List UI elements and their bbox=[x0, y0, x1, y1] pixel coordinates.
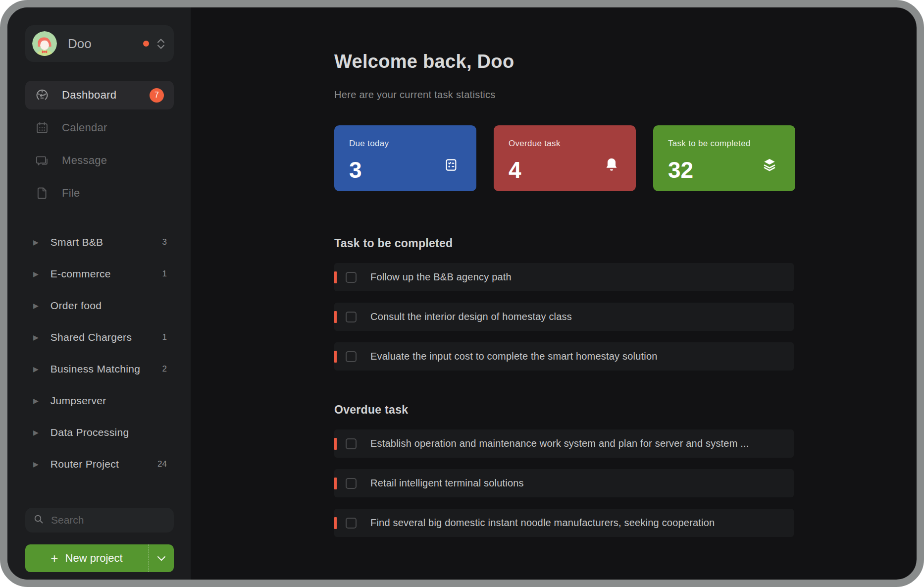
app-window: Doo Dashboard 7 bbox=[0, 0, 924, 587]
section-title: Task to be completed bbox=[334, 237, 917, 250]
page-title: Welcome back, Doo bbox=[334, 51, 917, 72]
chevron-right-icon: ▶ bbox=[33, 461, 39, 468]
nav-label: Dashboard bbox=[62, 89, 150, 102]
project-item-shared-chargers[interactable]: ▶ Shared Chargers 1 bbox=[25, 321, 174, 353]
nav-label: Message bbox=[62, 154, 164, 167]
chevron-right-icon: ▶ bbox=[33, 302, 39, 309]
plus-icon: + bbox=[51, 552, 58, 565]
task-row[interactable]: Follow up the B&B agency path bbox=[334, 263, 794, 291]
stat-value: 4 bbox=[509, 157, 521, 183]
nav-item-calendar[interactable]: Calendar bbox=[25, 113, 174, 142]
user-name: Doo bbox=[68, 36, 92, 52]
stat-label: Task to be completed bbox=[668, 139, 780, 149]
task-list-icon bbox=[444, 158, 459, 174]
stat-value: 32 bbox=[668, 157, 693, 183]
nav-item-file[interactable]: File bbox=[25, 179, 174, 208]
project-list: ▶ Smart B&B 3 ▶ E-commerce 1 ▶ Order foo… bbox=[25, 226, 174, 480]
notification-badge: 7 bbox=[150, 88, 164, 103]
chevron-right-icon: ▶ bbox=[33, 334, 39, 341]
file-icon bbox=[35, 186, 49, 200]
project-count: 1 bbox=[162, 332, 167, 342]
nav-label: Calendar bbox=[62, 121, 164, 134]
nav-item-dashboard[interactable]: Dashboard 7 bbox=[25, 81, 174, 109]
status-dot bbox=[143, 41, 149, 47]
task-label: Find several big domestic instant noodle… bbox=[370, 517, 715, 529]
task-row[interactable]: Retail intelligent terminal solutions bbox=[334, 469, 794, 497]
stat-label: Due today bbox=[349, 139, 462, 149]
chevron-right-icon: ▶ bbox=[33, 429, 39, 436]
nav-item-message[interactable]: Message bbox=[25, 146, 174, 175]
task-label: Establish operation and maintenance work… bbox=[370, 438, 749, 449]
stat-card-due-today[interactable]: Due today 3 bbox=[334, 125, 476, 191]
task-checkbox[interactable] bbox=[346, 351, 357, 362]
task-checkbox[interactable] bbox=[346, 518, 357, 529]
user-menu[interactable]: Doo bbox=[25, 25, 174, 62]
project-item-order-food[interactable]: ▶ Order food bbox=[25, 290, 174, 321]
sidebar: Doo Dashboard 7 bbox=[7, 7, 191, 580]
task-row[interactable]: Find several big domestic instant noodle… bbox=[334, 509, 794, 537]
task-checkbox[interactable] bbox=[346, 478, 357, 489]
task-row[interactable]: Establish operation and maintenance work… bbox=[334, 429, 794, 458]
search-input[interactable] bbox=[51, 514, 166, 526]
nav-label: File bbox=[62, 187, 164, 200]
stat-label: Overdue task bbox=[509, 139, 621, 149]
chevron-right-icon: ▶ bbox=[33, 270, 39, 277]
task-label: Evaluate the input cost to complete the … bbox=[370, 351, 658, 362]
chevron-right-icon: ▶ bbox=[33, 366, 39, 373]
page-subtitle: Here are your current task statistics bbox=[334, 89, 917, 101]
project-count: 24 bbox=[157, 459, 167, 469]
task-row[interactable]: Consult the interior design of homestay … bbox=[334, 303, 794, 331]
priority-bar bbox=[334, 438, 337, 450]
search-icon bbox=[33, 514, 44, 527]
task-list: Follow up the B&B agency path Consult th… bbox=[334, 263, 917, 371]
priority-bar bbox=[334, 351, 337, 363]
task-row[interactable]: Evaluate the input cost to complete the … bbox=[334, 342, 794, 371]
task-checkbox[interactable] bbox=[346, 438, 357, 449]
project-item-ecommerce[interactable]: ▶ E-commerce 1 bbox=[25, 258, 174, 290]
nav-menu: Dashboard 7 Calendar bbox=[25, 81, 174, 212]
gauge-icon bbox=[35, 88, 49, 102]
new-project-dropdown-button[interactable] bbox=[148, 544, 174, 572]
new-project-split-button: + New project bbox=[25, 544, 174, 572]
project-item-data-processing[interactable]: ▶ Data Processing bbox=[25, 417, 174, 448]
chevron-updown-icon[interactable] bbox=[157, 39, 165, 49]
main-content: Welcome back, Doo Here are your current … bbox=[191, 7, 917, 580]
project-item-business-matching[interactable]: ▶ Business Matching 2 bbox=[25, 353, 174, 385]
project-item-jumpserver[interactable]: ▶ Jumpserver bbox=[25, 385, 174, 417]
project-count: 1 bbox=[162, 269, 167, 279]
sidebar-bottom: + New project bbox=[25, 508, 174, 572]
priority-bar bbox=[334, 311, 337, 323]
project-count: 3 bbox=[162, 237, 167, 247]
section-task-to-be-completed: Task to be completed Follow up the B&B a… bbox=[334, 237, 917, 371]
task-label: Retail intelligent terminal solutions bbox=[370, 478, 524, 489]
priority-bar bbox=[334, 478, 337, 489]
task-list: Establish operation and maintenance work… bbox=[334, 429, 917, 537]
chat-icon bbox=[35, 154, 49, 167]
new-project-label: New project bbox=[65, 552, 123, 565]
task-checkbox[interactable] bbox=[346, 272, 357, 283]
task-checkbox[interactable] bbox=[346, 312, 357, 322]
layers-icon bbox=[762, 157, 777, 174]
project-count: 2 bbox=[162, 364, 167, 374]
priority-bar bbox=[334, 517, 337, 529]
chevron-right-icon: ▶ bbox=[33, 239, 39, 246]
section-title: Overdue task bbox=[334, 403, 917, 417]
avatar bbox=[32, 31, 57, 56]
chevron-right-icon: ▶ bbox=[33, 397, 39, 404]
new-project-button[interactable]: + New project bbox=[25, 544, 148, 572]
stat-value: 3 bbox=[349, 157, 362, 183]
project-item-router-project[interactable]: ▶ Router Project 24 bbox=[25, 448, 174, 480]
project-item-smart-bb[interactable]: ▶ Smart B&B 3 bbox=[25, 226, 174, 258]
stat-card-overdue-task[interactable]: Overdue task 4 bbox=[494, 125, 636, 191]
stat-card-task-to-be-completed[interactable]: Task to be completed 32 bbox=[653, 125, 795, 191]
calendar-icon bbox=[35, 121, 49, 135]
stat-cards: Due today 3 Overdue task 4 bbox=[334, 125, 917, 191]
chevron-down-icon bbox=[157, 556, 166, 561]
bell-icon bbox=[605, 158, 618, 174]
task-label: Consult the interior design of homestay … bbox=[370, 311, 572, 322]
priority-bar bbox=[334, 271, 337, 283]
search-box bbox=[25, 508, 174, 533]
section-overdue-task: Overdue task Establish operation and mai… bbox=[334, 403, 917, 537]
task-label: Follow up the B&B agency path bbox=[370, 271, 512, 283]
